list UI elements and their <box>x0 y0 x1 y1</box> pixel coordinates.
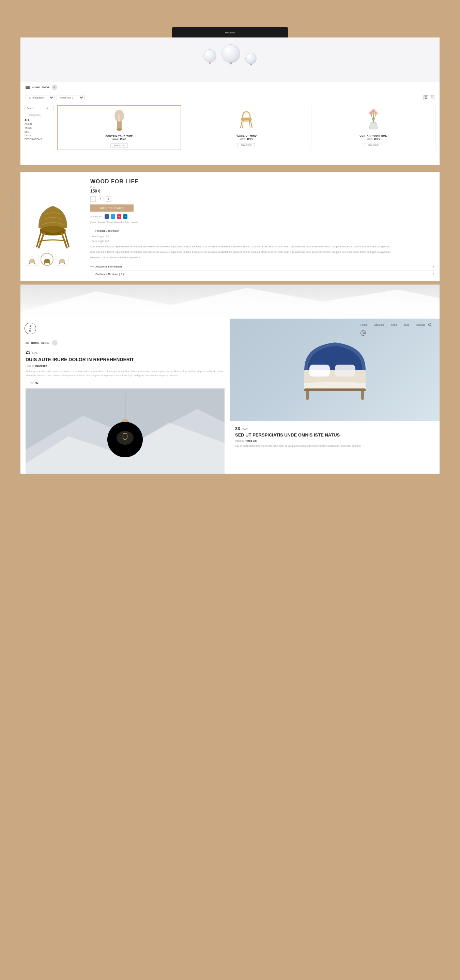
nav-home[interactable]: HOME <box>32 86 40 89</box>
linkedin-icon[interactable]: in <box>123 214 127 219</box>
pagination-next[interactable]: → <box>41 381 43 384</box>
accordion-additional-toggle[interactable]: + <box>432 265 435 269</box>
bottom-tan-section <box>0 474 460 494</box>
items-per-page-select[interactable]: 12 Item/pages <box>25 95 54 100</box>
logo-text: 9M98 <box>29 325 32 332</box>
blog-bottom-image <box>25 388 224 474</box>
blog-pagination: ← 01 03 → <box>25 381 224 384</box>
blog-hamburger[interactable] <box>25 342 29 344</box>
blog-post1-day: 23 <box>25 350 30 355</box>
socket-2 <box>230 62 232 64</box>
socket-3 <box>250 64 252 65</box>
thumb-1[interactable] <box>25 253 38 266</box>
product-img-1 <box>60 108 178 133</box>
svg-rect-44 <box>309 364 330 377</box>
share-label: Share Link : <box>90 215 103 218</box>
blog-right-nav-home[interactable]: Home <box>360 324 367 326</box>
pendant-lamp-detail-svg <box>105 394 145 469</box>
globe-1 <box>204 49 216 62</box>
cart-icon[interactable] <box>360 330 366 336</box>
svg-point-37 <box>116 431 134 445</box>
view-toggles <box>423 95 435 100</box>
blog-right-nav-shop[interactable]: Shop <box>391 324 396 326</box>
svg-line-40 <box>431 326 431 326</box>
product-grid: CONTAIN YOUR TIME 250 € 150 € BUY NOW <box>57 105 436 150</box>
price-value: 150 € <box>90 189 435 194</box>
list-view-icon[interactable] <box>430 95 435 100</box>
tag-beautiful[interactable]: Beautiful <box>115 221 124 224</box>
side-label-product-page: PRODUCT PAGE <box>447 48 449 75</box>
product-title-3: CONTAIN YOUR TIME <box>314 135 433 137</box>
blog-post1-date: 23 MAR <box>25 350 224 355</box>
product-listing-section: PRODUCT PAGE <box>21 38 439 165</box>
blog-right-nav-blog[interactable]: Blog <box>404 324 409 326</box>
product-detail-title: WOOD FOR LIFE <box>90 178 435 185</box>
tag-chair[interactable]: Chair <box>90 221 96 224</box>
thumb-3[interactable] <box>56 253 68 266</box>
search-box <box>24 105 54 111</box>
svg-point-42 <box>364 334 364 334</box>
buy-button-1[interactable]: BUY NOW <box>110 143 127 148</box>
search-icon <box>45 106 49 110</box>
search-input[interactable] <box>27 107 45 110</box>
tag-wood[interactable]: Wood <box>106 221 113 224</box>
twitter-icon[interactable]: t <box>111 214 115 219</box>
hamburger-icon[interactable] <box>25 86 30 89</box>
accordion-reviews-header[interactable]: Customer Reviews ( 5 ) + <box>90 272 435 276</box>
product-price-3: 250 € 150 € <box>314 138 433 140</box>
blog-nav-blog[interactable]: BLOG <box>41 341 49 345</box>
accordion-additional-header[interactable]: Additional Information + <box>90 265 435 269</box>
buy-button-3[interactable]: BUY NOW <box>364 143 382 147</box>
svg-point-0 <box>46 107 48 109</box>
cat-chair[interactable]: CHAIR <box>24 123 54 126</box>
mountain-divider <box>21 285 439 318</box>
cat-all[interactable]: ALL <box>24 118 54 123</box>
accordion-reviews-toggle[interactable]: + <box>432 272 435 276</box>
pendant-1 <box>204 38 216 82</box>
blog-right-nav-contact[interactable]: Contact <box>416 324 425 326</box>
blog-post2-day: 23 <box>235 426 240 431</box>
tag-levels[interactable]: Levels <box>131 221 138 224</box>
cat-decorations[interactable]: DECORATIONS <box>24 137 54 141</box>
quantity-decrease[interactable]: − <box>90 196 96 202</box>
pagination-1[interactable]: 01 <box>30 381 33 384</box>
nav-shop[interactable]: SHOP <box>42 86 50 89</box>
svg-rect-45 <box>335 364 355 377</box>
price-label: Price <box>90 186 435 188</box>
cat-bed[interactable]: BED <box>24 130 54 134</box>
buy-button-2[interactable]: BUY NOW <box>237 143 255 147</box>
thumb-2-active[interactable] <box>41 253 54 266</box>
blog-right-image: Home | About us | Shop | Blog | Contact <box>230 318 439 421</box>
instagram-icon[interactable]: ✦ <box>117 214 121 219</box>
svg-line-31 <box>64 263 65 264</box>
quantity-increase[interactable]: + <box>106 196 111 202</box>
product-info-area: WOOD FOR LIFE Price 150 € − 1 + ADD TO C… <box>90 178 435 278</box>
sort-select[interactable]: Name: A to Z <box>57 95 84 100</box>
side-accent-left <box>17 185 18 201</box>
svg-line-29 <box>49 263 51 264</box>
blog-post1-author-prefix: Read by <box>25 364 34 367</box>
grid-view-icon[interactable] <box>423 95 428 100</box>
blog-right-nav-about[interactable]: About us <box>374 324 384 326</box>
product-card-2: PEACE OF MIND 150 € 150 € BUY NOW <box>184 105 308 150</box>
blog-logo: 9M98 <box>24 323 36 334</box>
pagination-prev[interactable]: ← <box>25 381 28 384</box>
tag-family[interactable]: Family <box>98 221 105 224</box>
facebook-icon[interactable]: f <box>105 214 109 219</box>
add-to-card-button[interactable]: ADD TO CARD <box>90 204 134 212</box>
pagination-3-active[interactable]: 03 <box>35 381 38 384</box>
cat-lamp[interactable]: LAMP <box>24 134 54 137</box>
search-nav-icon[interactable] <box>428 323 432 327</box>
blog-left-panel: 9M98 HOME BLOG 23 MAR DUIS AUTE IRURE DO… <box>21 318 230 474</box>
cat-table[interactable]: TABLE <box>24 126 54 130</box>
blog-nav-home[interactable]: HOME <box>31 341 39 345</box>
wire-2 <box>231 38 231 44</box>
accordion-description-header[interactable]: Product Description − <box>90 229 435 233</box>
accordion-description-toggle[interactable]: − <box>432 229 435 233</box>
side-accent-right <box>442 46 443 61</box>
svg-point-4 <box>116 128 122 131</box>
main-chair-svg <box>28 180 78 248</box>
blog-post1-month: MAR <box>32 351 38 355</box>
product-price-2: 150 € 150 € <box>186 138 306 140</box>
tag-life[interactable]: Life <box>126 221 129 224</box>
